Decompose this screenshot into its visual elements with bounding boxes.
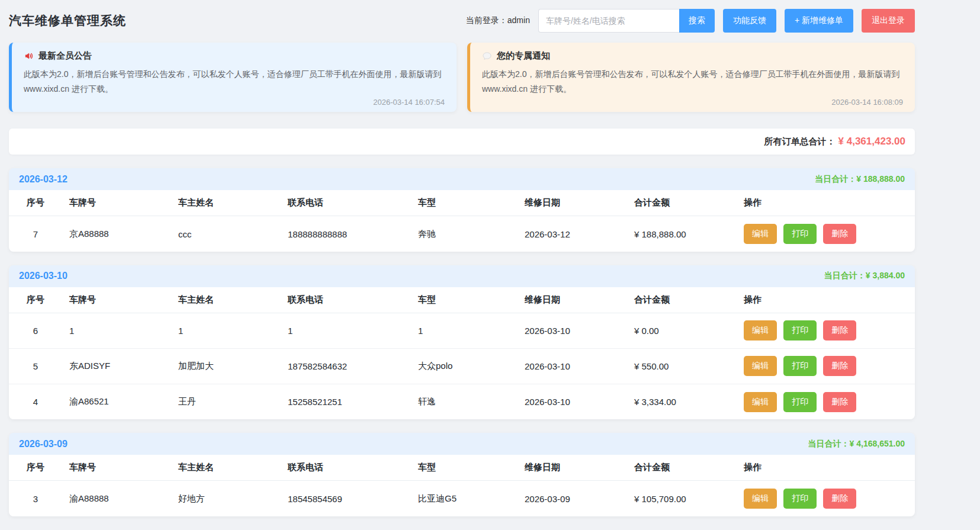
cell-car-model: 比亚迪G5 [411,481,518,516]
search-button[interactable]: 搜索 [679,9,715,33]
day-table-card: 序号车牌号车主姓名联系电话车型维修日期合计金额操作 3 渝A88888 好地方 … [9,455,915,516]
delete-button[interactable]: 删除 [823,392,856,412]
table-body: 7 京A88888 ccc 188888888888 奔驰 2026-03-12… [9,216,915,252]
cell-amount: ¥ 3,334.00 [627,384,737,419]
cell-repair-date: 2026-03-09 [518,481,627,516]
cell-owner-name: 1 [171,313,281,348]
cell-order-no: 7 [9,216,62,252]
column-header: 序号 [9,287,62,313]
notice-body: 此版本为2.0，新增后台账号管理和公告发布，可以私发个人账号，适合修理厂员工带手… [482,67,903,97]
day-total-label: 当日合计： [824,271,866,280]
column-header: 车牌号 [62,287,171,313]
table-header-row: 序号车牌号车主姓名联系电话车型维修日期合计金额操作 [9,455,915,481]
table-body: 6 1 1 1 1 2026-03-10 ¥ 0.00 编辑 打印 删除 5 东… [9,313,915,419]
edit-button[interactable]: 编辑 [744,489,777,509]
cell-phone: 188888888888 [281,216,411,252]
column-header: 维修日期 [518,190,627,216]
notice-title-row: 您的专属通知 [482,50,903,62]
table-header-row: 序号车牌号车主姓名联系电话车型维修日期合计金额操作 [9,287,915,313]
column-header: 车主姓名 [171,287,281,313]
grand-total-label: 所有订单总合计： [764,136,836,147]
top-bar-actions: 当前登录：admin 搜索 功能反馈 + 新增维修单 退出登录 [466,9,915,33]
day-total-amount: ¥ 3,884.00 [866,271,905,280]
column-header: 车型 [411,190,518,216]
grand-total-bar: 所有订单总合计： ¥ 4,361,423.00 [9,129,915,155]
table-row: 3 渝A88888 好地方 18545854569 比亚迪G5 2026-03-… [9,481,915,516]
cell-phone: 15258521251 [281,384,411,419]
top-bar: 汽车维修单管理系统 当前登录：admin 搜索 功能反馈 + 新增维修单 退出登… [9,0,915,41]
cell-car-model: 1 [411,313,518,348]
print-button[interactable]: 打印 [783,320,817,341]
announcement-title: 最新全员公告 [38,50,92,62]
edit-button[interactable]: 编辑 [744,320,777,341]
table-row: 5 东ADISYF 加肥加大 187582584632 大众polo 2026-… [9,348,915,384]
table-row: 4 渝A86521 王丹 15258521251 轩逸 2026-03-10 ¥… [9,384,915,419]
cell-plate: 1 [62,313,171,348]
delete-button[interactable]: 删除 [823,356,856,376]
section-date: 2026-03-12 [19,174,68,185]
column-header: 操作 [737,455,915,481]
cell-car-model: 奔驰 [411,216,518,252]
cell-repair-date: 2026-03-10 [518,348,627,384]
page: 汽车维修单管理系统 当前登录：admin 搜索 功能反馈 + 新增维修单 退出登… [9,0,915,516]
cell-amount: ¥ 105,709.00 [627,481,737,516]
delete-button[interactable]: 删除 [823,320,856,341]
announcement-title-row: 最新全员公告 [24,50,445,62]
login-label: 当前登录： [466,15,507,25]
cell-actions: 编辑 打印 删除 [737,384,915,419]
day-section: 2026-03-12 当日合计：¥ 188,888.00 序号车牌号车主姓名联系… [9,168,915,252]
cell-actions: 编辑 打印 删除 [737,216,915,252]
day-section: 2026-03-10 当日合计：¥ 3,884.00 序号车牌号车主姓名联系电话… [9,265,915,420]
day-section-header: 2026-03-12 当日合计：¥ 188,888.00 [9,168,915,190]
column-header: 联系电话 [281,455,411,481]
day-table-card: 序号车牌号车主姓名联系电话车型维修日期合计金额操作 6 1 1 1 1 2026… [9,287,915,420]
column-header: 合计金额 [627,455,737,481]
cell-phone: 1 [281,313,411,348]
day-section-header: 2026-03-09 当日合计：¥ 4,168,651.00 [9,433,915,455]
add-repair-order-button[interactable]: + 新增维修单 [785,9,853,33]
table-body: 3 渝A88888 好地方 18545854569 比亚迪G5 2026-03-… [9,481,915,516]
cell-repair-date: 2026-03-10 [518,384,627,419]
orders-table: 序号车牌号车主姓名联系电话车型维修日期合计金额操作 7 京A88888 ccc … [9,190,915,252]
cell-repair-date: 2026-03-12 [518,216,627,252]
print-button[interactable]: 打印 [783,356,817,376]
orders-table: 序号车牌号车主姓名联系电话车型维修日期合计金额操作 3 渝A88888 好地方 … [9,455,915,516]
cell-owner-name: 好地方 [171,481,281,516]
cell-actions: 编辑 打印 删除 [737,481,915,516]
print-button[interactable]: 打印 [783,489,817,509]
column-header: 车牌号 [62,190,171,216]
cell-amount: ¥ 188,888.00 [627,216,737,252]
feedback-button[interactable]: 功能反馈 [723,9,776,33]
column-header: 序号 [9,190,62,216]
column-header: 操作 [737,190,915,216]
megaphone-icon [24,51,34,61]
search-input[interactable] [538,9,679,33]
cell-amount: ¥ 0.00 [627,313,737,348]
table-header-row: 序号车牌号车主姓名联系电话车型维修日期合计金额操作 [9,190,915,216]
cell-order-no: 6 [9,313,62,348]
section-date: 2026-03-10 [19,271,68,281]
day-total: 当日合计：¥ 3,884.00 [824,271,905,281]
day-total: 当日合计：¥ 188,888.00 [815,174,905,185]
edit-button[interactable]: 编辑 [744,224,777,244]
column-header: 联系电话 [281,287,411,313]
logout-button[interactable]: 退出登录 [862,9,915,33]
chat-bubble-icon [482,51,492,61]
day-sections: 2026-03-12 当日合计：¥ 188,888.00 序号车牌号车主姓名联系… [9,168,915,516]
table-row: 6 1 1 1 1 2026-03-10 ¥ 0.00 编辑 打印 删除 [9,313,915,348]
day-section-header: 2026-03-10 当日合计：¥ 3,884.00 [9,265,915,287]
print-button[interactable]: 打印 [783,224,817,244]
edit-button[interactable]: 编辑 [744,356,777,376]
day-total-amount: ¥ 4,168,651.00 [850,439,905,448]
print-button[interactable]: 打印 [783,392,817,412]
day-total-amount: ¥ 188,888.00 [856,174,905,184]
column-header: 维修日期 [518,455,627,481]
edit-button[interactable]: 编辑 [744,392,777,412]
day-section: 2026-03-09 当日合计：¥ 4,168,651.00 序号车牌号车主姓名… [9,433,915,516]
column-header: 车主姓名 [171,455,281,481]
search-group: 搜索 [538,9,715,33]
cell-phone: 187582584632 [281,348,411,384]
delete-button[interactable]: 删除 [823,224,856,244]
personal-notice-card: 您的专属通知 此版本为2.0，新增后台账号管理和公告发布，可以私发个人账号，适合… [467,43,915,112]
delete-button[interactable]: 删除 [823,489,856,509]
